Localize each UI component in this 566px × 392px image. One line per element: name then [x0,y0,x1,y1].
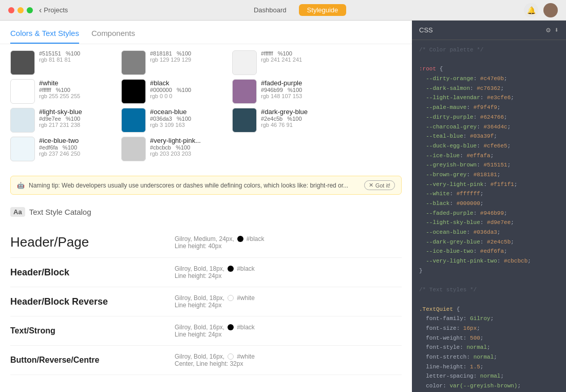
catalog-header: Aa Text Style Catalog [10,207,402,217]
text-style-row-button-reverse-centre: Button/Reverse/Centre Gilroy, Bold, 16px… [10,346,402,375]
nav-back-button[interactable]: Projects [39,6,68,15]
color-item: #515151 %100 rgb 81 81 81 [10,50,113,75]
color-section: #515151 %100 rgb 81 81 81 #818181 %100 r… [0,44,412,172]
color-info: #faded-purple #946b99 %100 rgb 148 107 1… [261,79,302,99]
color-item-ice-blue-two: #ice-blue-two #edf6fa %100 rgb 237 246 2… [10,137,113,161]
title-center: Dashboard Styleguide [68,4,524,16]
catalog-title: Text Style Catalog [29,208,91,216]
color-item-white: #white #ffffff %100 rgb 255 255 255 [10,79,113,104]
main-layout: Colors & Text Styles Components #515151 … [0,21,566,392]
avatar[interactable] [543,3,558,17]
text-style-row-header-block: Header/Block Gilroy, Bold, 18px, #black … [10,258,402,287]
styleguide-tab[interactable]: Styleguide [299,4,347,16]
color-swatch [121,108,146,133]
color-swatch [232,79,257,104]
color-info: #ffffff %100 rgb 241 241 241 [261,50,302,63]
color-info: #ice-blue-two #edf6fa %100 rgb 237 246 2… [39,137,80,157]
dashboard-tab[interactable]: Dashboard [246,4,295,16]
style-name: Text/Strong [10,326,175,335]
settings-icon[interactable]: ⚙ [546,26,550,34]
color-item-dark-grey-blue: #dark-grey-blue #2e4c5b %100 rgb 46 76 9… [232,108,335,133]
color-swatch [10,50,35,75]
title-right: 🔔 [524,3,558,17]
color-swatch [10,108,35,133]
text-style-row-header-page: Header/Page Gilroy, Medium, 24px, #black… [10,227,402,258]
color-swatch [121,137,146,161]
tab-colors-text-styles[interactable]: Colors & Text Styles [10,29,79,44]
color-row-3: #light-sky-blue #d9e7ee %100 rgb 217 231… [10,108,402,133]
tab-components[interactable]: Components [91,29,135,44]
color-info: #light-sky-blue #d9e7ee %100 rgb 217 231… [39,108,82,128]
color-item: #818181 %100 rgb 129 129 129 [121,50,224,75]
panel-tabs: Colors & Text Styles Components [0,21,412,44]
text-catalog: Aa Text Style Catalog Header/Page Gilroy… [0,199,412,383]
color-dot-black [228,266,234,272]
color-dot-white [228,295,234,301]
color-info: #black #000000 %100 rgb 0 0 0 [150,79,191,99]
aa-label: Aa [10,207,25,217]
color-dot-black [228,324,234,330]
color-info: #515151 %100 rgb 81 81 81 [39,50,80,63]
style-name: Header/Block Reverse [10,296,175,307]
left-panel: Colors & Text Styles Components #515151 … [0,21,412,392]
tip-got-it-button[interactable]: ✕ Got it! [364,180,395,190]
color-info: #818181 %100 rgb 129 129 129 [150,50,191,63]
style-meta: Gilroy, Bold, 16px, #black Line height: … [175,324,255,338]
color-item: #ffffff %100 rgb 241 241 241 [232,50,335,75]
style-meta: Gilroy, Bold, 18px, #black Line height: … [175,265,255,279]
tip-text: Naming tip: Web developers usually use u… [29,182,348,189]
download-icon[interactable]: ⬇ [555,26,559,34]
css-panel-header: CSS ⚙ ⬇ [412,21,566,40]
css-content: /* Color palette */ :root { --dirty-oran… [412,40,566,392]
color-row-4: #ice-blue-two #edf6fa %100 rgb 237 246 2… [10,137,402,161]
color-swatch [10,137,35,161]
title-bar: Projects Dashboard Styleguide 🔔 [0,0,566,21]
window-controls [8,7,33,13]
color-dot-white [228,353,234,360]
text-style-row-header-block-reverse: Header/Block Reverse Gilroy, Bold, 18px,… [10,287,402,316]
color-item-ocean-blue: #ocean-blue #036da3 %100 rgb 3 109 163 [121,108,224,133]
style-meta: Gilroy, Medium, 24px, #black Line height… [175,235,265,250]
css-panel-icons: ⚙ ⬇ [546,26,559,34]
minimize-button[interactable] [17,7,24,13]
close-button[interactable] [8,7,14,13]
color-item-light-sky-blue: #light-sky-blue #d9e7ee %100 rgb 217 231… [10,108,113,133]
style-meta: Gilroy, Bold, 18px, #white Line height: … [175,294,255,309]
style-name: Button/Reverse/Centre [10,356,175,365]
color-row-1: #515151 %100 rgb 81 81 81 #818181 %100 r… [10,50,402,75]
color-swatch [232,108,257,133]
color-swatch [121,79,146,104]
tip-emoji: 🤖 [17,182,25,189]
color-swatch [121,50,146,75]
color-info: #dark-grey-blue #2e4c5b %100 rgb 46 76 9… [261,108,308,128]
style-name: Header/Page [10,234,175,250]
style-meta: Gilroy, Bold, 16px, #white Center, Line … [175,353,255,367]
css-panel-title: CSS [419,26,433,34]
color-info: #white #ffffff %100 rgb 255 255 255 [39,79,80,99]
text-style-row-text-strong: Text/Strong Gilroy, Bold, 16px, #black L… [10,316,402,346]
color-item-faded-purple: #faded-purple #946b99 %100 rgb 148 107 1… [232,79,335,104]
style-name: Header/Block [10,267,175,278]
color-info: #very-light-pink... #cbcbcb %100 rgb 203… [150,137,201,157]
css-panel: CSS ⚙ ⬇ /* Color palette */ :root { --di… [412,21,566,392]
color-info: #ocean-blue #036da3 %100 rgb 3 109 163 [150,108,191,128]
color-dot-black [237,236,243,242]
tip-bar: 🤖 Naming tip: Web developers usually use… [10,176,402,195]
color-item-black: #black #000000 %100 rgb 0 0 0 [121,79,224,104]
maximize-button[interactable] [27,7,33,13]
color-row-2: #white #ffffff %100 rgb 255 255 255 #bla… [10,79,402,104]
color-swatch [10,79,35,104]
color-item-very-light-pink: #very-light-pink... #cbcbcb %100 rgb 203… [121,137,224,161]
notification-icon[interactable]: 🔔 [524,3,538,17]
color-swatch [232,50,257,75]
